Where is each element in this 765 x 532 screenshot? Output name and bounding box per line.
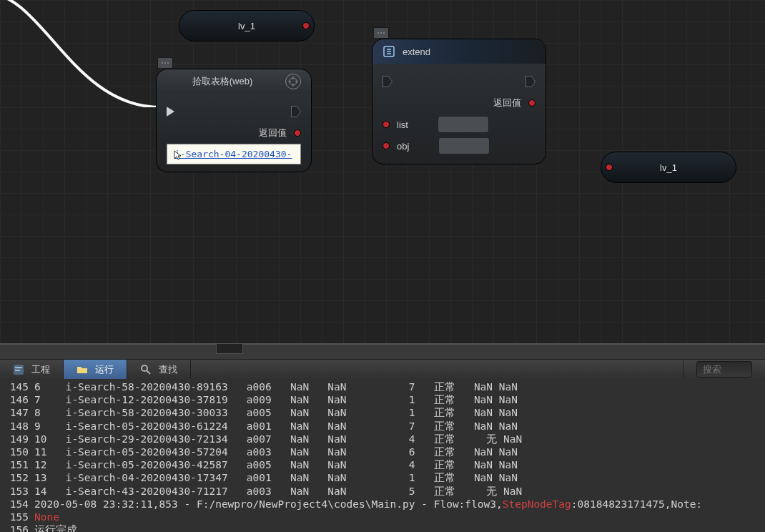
project-icon <box>13 364 24 375</box>
node-label: lv_1 <box>617 162 720 173</box>
exec-in-port[interactable] <box>167 107 174 117</box>
extend-node[interactable]: extend 返回值 list obj <box>372 39 546 164</box>
bottom-tabbar: 工程 运行 查找 <box>0 360 765 379</box>
param-label: list <box>397 119 408 130</box>
node-header[interactable]: 拾取表格(web) <box>157 69 311 94</box>
tab-label: 查找 <box>159 363 177 376</box>
node-title: extend <box>403 46 430 57</box>
panel-resize-bar[interactable] <box>0 344 765 360</box>
obj-input[interactable] <box>438 137 490 154</box>
tab-find[interactable]: 查找 <box>127 360 191 379</box>
pick-table-node[interactable]: 拾取表格(web) 返回值 i-Search-04-20200430- <box>156 69 312 172</box>
output-port[interactable] <box>294 129 301 137</box>
bottom-panel: 工程 运行 查找 1456 i-Search-58-20200430-89163… <box>0 343 765 532</box>
output-port[interactable] <box>302 22 310 29</box>
tab-label: 工程 <box>31 363 50 376</box>
extend-icon <box>382 45 395 58</box>
input-port[interactable] <box>606 164 613 171</box>
search-icon <box>140 364 152 375</box>
return-label: 返回值 <box>493 97 521 109</box>
variable-node-lv1[interactable]: lv_1 <box>179 10 315 41</box>
exec-out-port[interactable] <box>291 106 301 117</box>
output-port[interactable] <box>528 99 536 107</box>
drag-handle[interactable] <box>157 57 173 69</box>
tab-run[interactable]: 运行 <box>64 360 127 379</box>
tab-label: 运行 <box>95 363 114 376</box>
preview-thumbnail[interactable]: i-Search-04-20200430- <box>167 144 301 164</box>
exec-in-port[interactable] <box>382 76 393 87</box>
node-canvas[interactable]: lv_1 拾取表格(web) 返回值 i-Search-04-20200430- <box>0 0 765 343</box>
resize-notch[interactable] <box>216 344 243 354</box>
target-button[interactable] <box>285 74 301 89</box>
svg-rect-4 <box>15 370 20 371</box>
search-input[interactable] <box>696 361 752 378</box>
exec-out-port[interactable] <box>525 76 536 87</box>
input-port-list[interactable] <box>382 121 390 128</box>
input-port-obj[interactable] <box>382 142 390 149</box>
cursor-icon <box>173 149 184 161</box>
crosshair-icon <box>288 77 298 87</box>
variable-node-lv1[interactable]: lv_1 <box>601 152 736 183</box>
drag-handle[interactable] <box>373 27 389 39</box>
return-label: 返回值 <box>259 127 287 139</box>
node-header[interactable]: extend <box>372 39 546 64</box>
thumb-text: i-Search-04-20200430- <box>174 149 292 159</box>
tab-search <box>683 360 765 379</box>
param-label: obj <box>397 141 409 152</box>
node-label: lv_1 <box>195 21 298 31</box>
folder-icon <box>76 364 88 375</box>
svg-point-5 <box>142 365 147 371</box>
list-input[interactable] <box>438 116 489 133</box>
node-title: 拾取表格(web) <box>167 75 278 88</box>
svg-rect-3 <box>15 367 22 368</box>
console-output[interactable]: 1456 i-Search-58-20200430-89163 a006 NaN… <box>0 379 765 532</box>
tab-project[interactable]: 工程 <box>0 360 64 379</box>
